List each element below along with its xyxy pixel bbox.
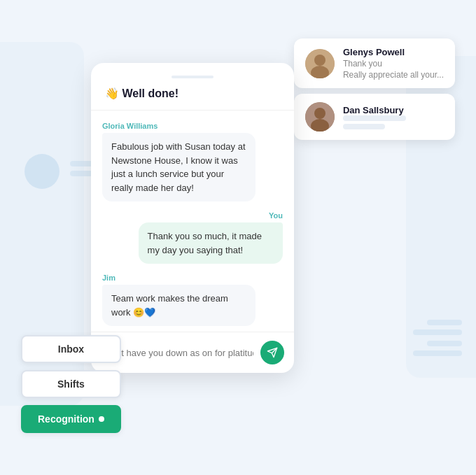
msg-bubble-jim: Team work makes the dream work 😊💙 xyxy=(102,285,255,326)
notif-lines-dan xyxy=(343,115,444,129)
chat-title: 👋 Well done! xyxy=(105,87,280,100)
chat-messages: Gloria Williams Fabulous job with Susan … xyxy=(91,111,294,332)
chat-input[interactable] xyxy=(101,348,253,358)
chat-header-bar xyxy=(172,76,214,78)
notif-text-dan: Dan Sallsbury xyxy=(343,105,444,129)
chat-card: 👋 Well done! Gloria Williams Fabulous jo… xyxy=(91,63,294,373)
msg-sender-gloria: Gloria Williams xyxy=(102,122,158,130)
notification-card-dan[interactable]: Dan Sallsbury xyxy=(294,94,455,140)
notification-card-glenys[interactable]: Glenys Powell Thank you Really appreciat… xyxy=(294,38,455,88)
inbox-button[interactable]: Inbox xyxy=(21,335,121,363)
msg-sender-jim: Jim xyxy=(102,274,115,282)
chat-input-area xyxy=(91,332,294,373)
recognition-button[interactable]: Recognition xyxy=(21,405,121,433)
notif-submsg-glenys: Really appreciate all your... xyxy=(343,70,444,80)
shifts-button[interactable]: Shifts xyxy=(21,370,121,398)
notif-text-glenys: Glenys Powell Thank you Really appreciat… xyxy=(343,47,444,80)
recognition-label: Recognition xyxy=(38,413,94,425)
notif-name-dan: Dan Sallsbury xyxy=(343,105,444,115)
msg-bubble-gloria: Fabulous job with Susan today at Newston… xyxy=(102,133,255,201)
send-button[interactable] xyxy=(260,341,284,364)
avatar-glenys xyxy=(305,49,335,78)
inbox-label: Inbox xyxy=(58,343,84,355)
svg-point-4 xyxy=(314,108,326,119)
notif-msg-glenys: Thank you xyxy=(343,59,444,69)
msg-sender-you: You xyxy=(269,211,283,220)
send-icon xyxy=(267,347,278,358)
message-you: You Thank you so much, it made my day yo… xyxy=(139,211,283,264)
notification-cards-container: Glenys Powell Thank you Really appreciat… xyxy=(294,38,455,140)
recognition-dot xyxy=(99,416,104,422)
avatar-dan xyxy=(305,102,335,132)
nav-buttons: Inbox Shifts Recognition xyxy=(21,335,121,433)
message-gloria: Gloria Williams Fabulous job with Susan … xyxy=(102,122,255,201)
svg-point-1 xyxy=(314,55,326,66)
notif-name-glenys: Glenys Powell xyxy=(343,47,444,57)
notif-line-2 xyxy=(343,124,385,129)
notif-line-1 xyxy=(343,115,406,121)
chat-header: 👋 Well done! xyxy=(91,63,294,111)
shifts-label: Shifts xyxy=(57,378,85,390)
message-jim: Jim Team work makes the dream work 😊💙 xyxy=(102,274,255,326)
msg-bubble-you: Thank you so much, it made my day you sa… xyxy=(139,222,283,264)
